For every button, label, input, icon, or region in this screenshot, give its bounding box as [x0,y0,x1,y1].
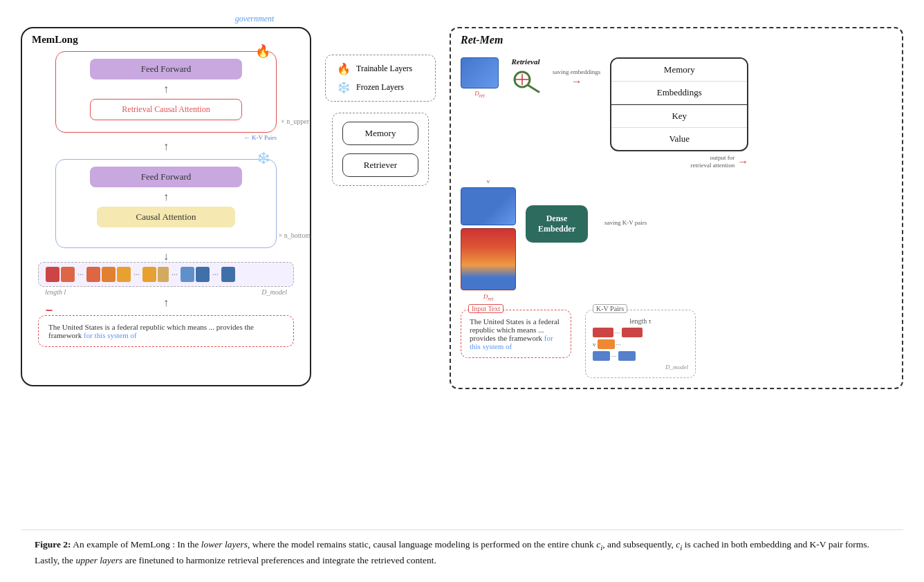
legend-item-frozen: ❄️ Frozen Layers [337,81,424,94]
token-dots-3: ··· [170,270,179,280]
n-upper-label: × n_upper [281,118,309,125]
causal-attention-box: Causal Attention [97,207,235,227]
kv-v-label-row: v ··· [593,339,688,349]
lower-block: ❄️ Feed Forward ↑ Causal Attention × n_b… [55,159,277,248]
token-seg-orange1 [102,267,115,282]
arrow-up-3: ↑ [163,191,169,203]
output-retrieval-label: output forretrieval attention [691,154,735,169]
d-ret-main-label: Dret [483,293,494,302]
kv-pairs-box-label: K-V Pairs [593,304,627,313]
n-bottom-label: × n_bottom [279,232,311,239]
kv-v-label: v [593,341,596,348]
middle-column: 🔥 Trainable Layers ❄️ Frozen Layers Memo… [325,27,436,186]
dense-embedder-box: DenseEmbedder [526,205,588,243]
feed-forward-upper: Feed Forward [90,59,242,79]
token-dots-4: ··· [211,270,220,280]
search-icon [508,68,543,93]
government-label: government [235,14,275,24]
mekv-embeddings: Embeddings [611,82,747,104]
frozen-label: Frozen Layers [356,82,404,93]
token-dots-1: ··· [76,270,85,280]
output-arrow: → [737,156,748,168]
mekv-value: Value [611,128,747,150]
fire-legend-icon: 🔥 [337,62,351,75]
retrieval-label: Retrieval [512,57,540,66]
mekv-key: Key [611,104,747,128]
kv-seg-red2 [622,328,643,337]
token-seg-blue2 [196,267,210,282]
kv-bar-row-1: ··· [593,328,688,337]
input-text-box-left: The United States is a federal republic … [38,315,294,347]
token-seg-orange2 [117,267,131,282]
caption: Figure 2: An example of MemLong : In the… [21,529,903,568]
token-seg-red2 [61,267,75,282]
arrow-up-2: ↑ [163,141,169,152]
svg-line-1 [528,85,539,92]
kv-dots-3: ··· [611,353,617,360]
saving-embeddings-label: saving embeddings [553,68,600,75]
kv-dmodel-label: D_model [593,364,688,370]
feed-forward-lower: Feed Forward [90,167,242,187]
token-seg-blue1 [181,267,194,282]
upper-block: 🔥 Feed Forward ↑ Retrieval Causal Attent… [55,51,277,133]
v-label-top: v [487,178,490,185]
kv-dots-1: ··· [615,329,620,337]
token-seg-tan [158,267,169,282]
arrow-down-4: ↓ [163,251,169,262]
dmodel-label: D_model [261,288,287,296]
legend-box: 🔥 Trainable Layers ❄️ Frozen Layers [325,55,436,102]
saving-kv-label: saving K-V pairs [604,219,647,226]
kv-dots-2: ··· [616,341,622,348]
caption-text: Figure 2: An example of MemLong : In the… [35,539,869,566]
mekv-memory: Memory [611,59,747,82]
arrow-up-1: ↑ [163,84,169,95]
kv-seg-red1 [593,328,613,337]
saving-arrow: → [571,75,582,88]
snowflake-icon: ❄️ [257,151,270,165]
token-labels: length l D_model [38,287,294,297]
token-dots-2: ··· [132,270,141,280]
retriever-item: Retriever [342,153,418,177]
snowflake-legend-icon: ❄️ [337,81,351,94]
input-text-box-right: Input Text The United States is a federa… [461,310,571,358]
dense-embedder-text: DenseEmbedder [538,214,575,234]
memory-item: Memory [342,122,418,145]
cube-top-large [461,187,516,225]
kv-pairs-bottom-box: K-V Pairs length τ ··· v ··· [585,310,696,378]
token-seg-red3 [86,267,100,282]
cube-bottom-large [461,228,516,290]
main-container: government MemLong 🔥 Feed Forward ↑ [0,0,924,582]
token-seg-red1 [46,267,59,282]
diagram-area: MemLong 🔥 Feed Forward ↑ Retrieval Causa… [21,27,903,521]
token-seg-blue3 [221,267,235,282]
memlong-title: MemLong [32,34,78,46]
retrieval-causal-box: Retrieval Causal Attention [90,99,242,120]
token-seg-orange3 [142,267,156,282]
token-sequence-bar: ··· ··· ··· ··· [38,262,294,287]
input-text-label-right: Input Text [468,304,503,313]
kv-bar-row-2: ··· [593,351,688,361]
memory-embeddings-box: Memory Embeddings Key Value [610,57,748,151]
legend-item-trainable: 🔥 Trainable Layers [337,62,424,75]
memory-retriever-box: Memory Retriever [332,113,429,186]
input-text-highlight-left: for this system of [84,331,137,339]
retmem-title: Ret-Mem [461,34,503,46]
kv-seg-orange1 [598,339,615,349]
length-label: length l [45,288,66,296]
fire-icon: 🔥 [255,44,270,59]
kv-seg-blue2 [618,351,636,361]
kv-mini-bars: ··· v ··· ··· [593,328,688,361]
kv-seg-blue1 [593,351,610,361]
kv-length-label: length τ [593,317,688,325]
arrow-up-5: ↑ [163,297,169,308]
input-box-label-left [46,310,53,311]
memlong-inner: 🔥 Feed Forward ↑ Retrieval Causal Attent… [33,51,299,347]
trainable-label: Trainable Layers [356,64,412,74]
retmem-box: Ret-Mem Dret Retrieval [450,27,903,389]
input-text-main-left: The United States is a federal republic … [48,323,254,339]
memlong-box: MemLong 🔥 Feed Forward ↑ Retrieval Causa… [21,27,311,386]
kv-pairs-label-middle: ← K-V Pairs [244,134,277,141]
d-ret-cube-top [461,57,499,88]
d-ret-top-label: Dret [474,90,485,99]
